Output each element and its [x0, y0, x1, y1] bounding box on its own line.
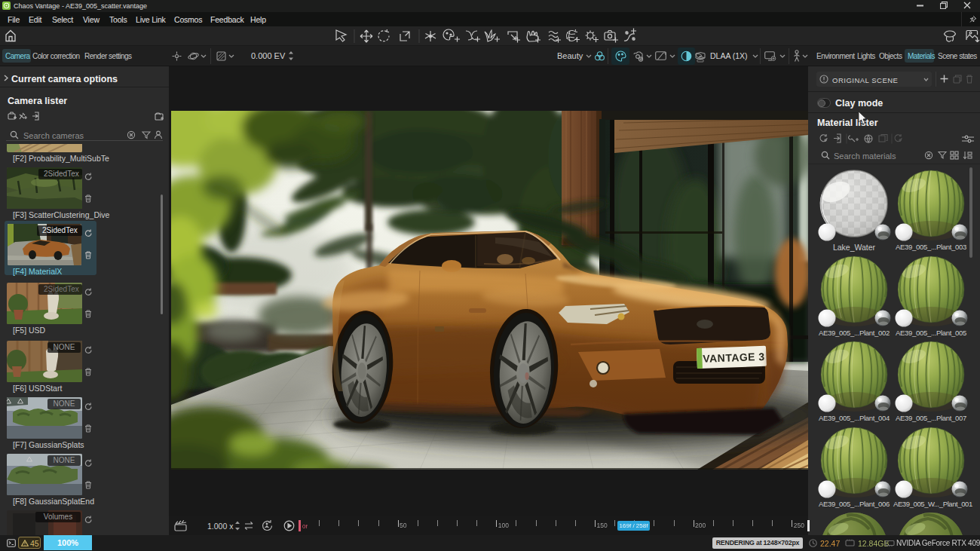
svg-text:VANTAGE 3: VANTAGE 3	[703, 350, 765, 365]
